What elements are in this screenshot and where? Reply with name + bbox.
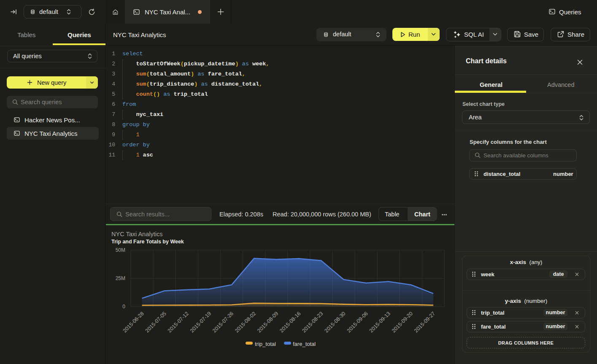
svg-text:2015-09-20: 2015-09-20 bbox=[391, 310, 414, 334]
svg-text:2015-07-26: 2015-07-26 bbox=[211, 310, 235, 334]
svg-text:2015-09-13: 2015-09-13 bbox=[368, 310, 392, 334]
svg-text:2015-06-28: 2015-06-28 bbox=[122, 310, 145, 334]
svg-text:2015-07-12: 2015-07-12 bbox=[167, 310, 190, 334]
svg-text:2015-08-23: 2015-08-23 bbox=[301, 310, 324, 334]
svg-text:50M: 50M bbox=[116, 247, 125, 253]
svg-text:2015-09-27: 2015-09-27 bbox=[413, 310, 436, 334]
svg-text:trip_total: trip_total bbox=[255, 341, 276, 347]
svg-text:2015-07-19: 2015-07-19 bbox=[189, 310, 212, 334]
svg-text:2015-07-05: 2015-07-05 bbox=[144, 310, 167, 334]
svg-text:fare_total: fare_total bbox=[293, 341, 316, 347]
svg-text:25M: 25M bbox=[116, 275, 125, 281]
svg-text:2015-08-30: 2015-08-30 bbox=[324, 310, 347, 334]
svg-text:2015-08-09: 2015-08-09 bbox=[256, 310, 279, 334]
svg-text:2015-08-02: 2015-08-02 bbox=[234, 310, 257, 334]
svg-text:2015-09-06: 2015-09-06 bbox=[346, 310, 369, 334]
svg-text:2015-08-16: 2015-08-16 bbox=[278, 310, 302, 334]
svg-text:0: 0 bbox=[122, 304, 125, 310]
